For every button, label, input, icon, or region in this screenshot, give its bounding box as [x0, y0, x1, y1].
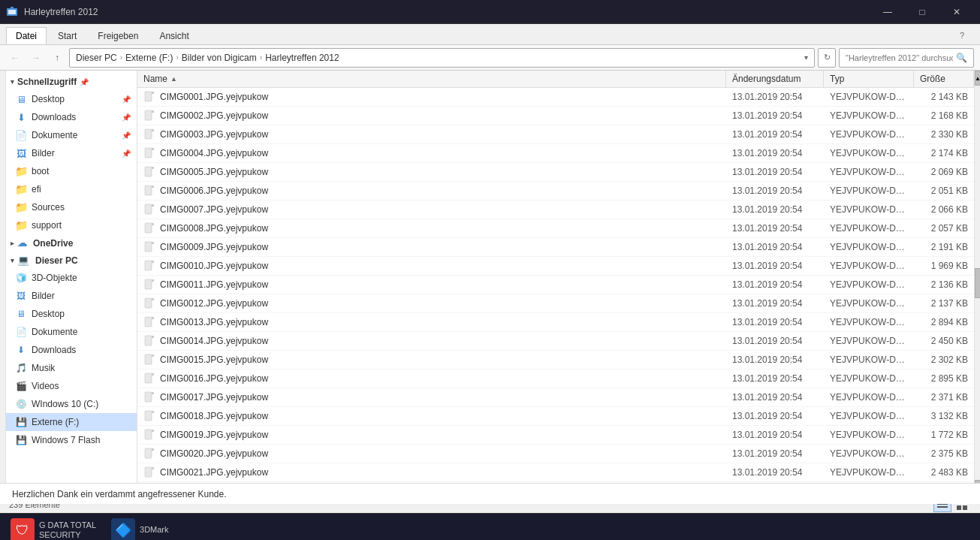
svg-rect-35 — [152, 279, 154, 282]
svg-rect-41 — [152, 317, 154, 319]
table-row[interactable]: CIMG0010.JPG.yejvpukow 13.01.2019 20:54 … — [137, 257, 974, 276]
svg-rect-32 — [152, 261, 154, 263]
table-row[interactable]: CIMG0018.JPG.yejvpukow 13.01.2019 20:54 … — [137, 407, 974, 426]
scroll-up-btn[interactable]: ▲ — [975, 71, 980, 86]
file-cell-name: CIMG0012.JPG.yejvpukow — [137, 296, 726, 311]
svg-rect-12 — [145, 148, 152, 158]
sidebar-item-efi[interactable]: 📁 efi — [6, 180, 137, 198]
sidebar-group-pc[interactable]: ▾ 💻 Dieser PC — [6, 252, 137, 269]
sidebar-group-onedrive[interactable]: ▸ ☁ OneDrive — [6, 234, 137, 252]
address-breadcrumb[interactable]: Dieser PC › Externe (F:) › Bilder von Di… — [69, 48, 815, 68]
file-cell-date: 13.01.2019 20:54 — [726, 315, 824, 329]
col-name-label: Name — [143, 74, 167, 84]
file-cell-name: CIMG0005.JPG.yejvpukow — [137, 164, 726, 179]
tab-start[interactable]: Start — [48, 27, 86, 44]
table-row[interactable]: CIMG0017.JPG.yejvpukow 13.01.2019 20:54 … — [137, 388, 974, 407]
sidebar-group-schnellzugriff[interactable]: ▾ Schnellzugriff 📌 — [6, 74, 137, 90]
table-row[interactable]: CIMG0019.JPG.yejvpukow 13.01.2019 20:54 … — [137, 426, 974, 445]
table-row[interactable]: CIMG0013.JPG.yejvpukow 13.01.2019 20:54 … — [137, 313, 974, 332]
sidebar-item-support[interactable]: 📁 support — [6, 216, 137, 234]
table-row[interactable]: CIMG0003.JPG.yejvpukow 13.01.2019 20:54 … — [137, 125, 974, 144]
file-icon — [143, 297, 155, 309]
table-row[interactable]: CIMG0016.JPG.yejvpukow 13.01.2019 20:54 … — [137, 370, 974, 388]
drive-c-icon: 💿 — [15, 398, 27, 410]
file-cell-name: CIMG0007.JPG.yejvpukow — [137, 202, 726, 217]
table-row[interactable]: CIMG0008.JPG.yejvpukow 13.01.2019 20:54 … — [137, 219, 974, 238]
svg-rect-5 — [152, 92, 154, 94]
sidebar-item-musik[interactable]: 🎵 Musik — [6, 359, 137, 377]
file-icon — [143, 110, 155, 122]
sidebar-item-3dobjs[interactable]: 🧊 3D-Objekte — [6, 269, 137, 287]
maximize-button[interactable]: □ — [905, 0, 939, 24]
file-cell-type: YEJVPUKOW-Datei — [824, 372, 914, 385]
sidebar-item-boot[interactable]: 📁 boot — [6, 162, 137, 180]
sidebar-item-sources[interactable]: 📁 Sources — [6, 198, 137, 216]
svg-rect-17 — [152, 167, 154, 169]
col-header-name[interactable]: Name ▲ — [137, 71, 726, 87]
file-cell-date: 13.01.2019 20:54 — [726, 409, 824, 423]
up-button[interactable]: ↑ — [48, 49, 66, 67]
table-row[interactable]: CIMG0020.JPG.yejvpukow 13.01.2019 20:54 … — [137, 445, 974, 463]
breadcrumb-sep-2: › — [176, 53, 178, 62]
col-header-date[interactable]: Änderungsdatum — [726, 71, 824, 87]
col-header-size[interactable]: Größe — [914, 71, 974, 87]
chevron-onedrive: ▸ — [11, 240, 14, 247]
table-row[interactable]: CIMG0014.JPG.yejvpukow 13.01.2019 20:54 … — [137, 332, 974, 351]
svg-rect-29 — [152, 242, 154, 244]
sidebar-item-dokumente[interactable]: 📄 Dokumente 📌 — [6, 126, 137, 144]
sidebar-item-bilder-pc[interactable]: 🖼 Bilder — [6, 287, 137, 305]
table-row[interactable]: CIMG0012.JPG.yejvpukow 13.01.2019 20:54 … — [137, 294, 974, 313]
table-row[interactable]: CIMG0001.JPG.yejvpukow 13.01.2019 20:54 … — [137, 88, 974, 107]
sidebar-item-videos[interactable]: 🎬 Videos — [6, 377, 137, 395]
search-icon: 🔍 — [956, 53, 967, 63]
sidebar-item-boot-label: boot — [32, 166, 49, 176]
taskbar-item-gdata[interactable]: 🛡 G DATA TOTAL SECURITY — [3, 515, 104, 541]
sidebar-item-win7flash[interactable]: 💾 Windows 7 Flash — [6, 431, 137, 449]
sidebar-item-desktop-pc[interactable]: 🖥 Desktop — [6, 305, 137, 323]
sidebar-item-bilder[interactable]: 🖼 Bilder 📌 — [6, 144, 137, 162]
file-cell-name: CIMG0013.JPG.yejvpukow — [137, 315, 726, 330]
sort-arrow-name: ▲ — [170, 75, 177, 83]
file-icon — [143, 373, 155, 385]
file-cell-name: CIMG0008.JPG.yejvpukow — [137, 221, 726, 236]
refresh-button[interactable]: ↻ — [818, 48, 836, 68]
table-row[interactable]: CIMG0009.JPG.yejvpukow 13.01.2019 20:54 … — [137, 238, 974, 257]
table-row[interactable]: CIMG0005.JPG.yejvpukow 13.01.2019 20:54 … — [137, 163, 974, 182]
table-row[interactable]: CIMG0006.JPG.yejvpukow 13.01.2019 20:54 … — [137, 182, 974, 201]
taskbar-item-3dmark[interactable]: 🔷 3DMark — [104, 515, 176, 541]
table-row[interactable]: CIMG0004.JPG.yejvpukow 13.01.2019 20:54 … — [137, 144, 974, 163]
svg-rect-15 — [145, 167, 152, 176]
sidebar-scroll-left — [0, 71, 6, 495]
file-cell-type: YEJVPUKOW-Datei — [824, 334, 914, 348]
svg-rect-26 — [152, 223, 154, 225]
sidebar-item-win10[interactable]: 💿 WIndows 10 (C:) — [6, 395, 137, 413]
scroll-track — [975, 86, 980, 268]
table-row[interactable]: CIMG0011.JPG.yejvpukow 13.01.2019 20:54 … — [137, 276, 974, 294]
file-cell-name: CIMG0014.JPG.yejvpukow — [137, 333, 726, 348]
file-list-scrollbar[interactable]: ▲ ▼ — [974, 71, 980, 495]
sidebar-item-dok-pc[interactable]: 📄 Dokumente — [6, 323, 137, 341]
col-header-type[interactable]: Typ — [824, 71, 914, 87]
sidebar-item-desktop[interactable]: 🖥 Desktop 📌 — [6, 90, 137, 108]
help-button[interactable]: ? — [953, 26, 971, 44]
sidebar-item-dl-pc[interactable]: ⬇ Downloads — [6, 341, 137, 359]
search-input[interactable] — [846, 53, 953, 62]
tab-datei[interactable]: Datei — [6, 27, 47, 44]
tab-freigeben[interactable]: Freigeben — [88, 27, 148, 44]
table-row[interactable]: CIMG0002.JPG.yejvpukow 13.01.2019 20:54 … — [137, 107, 974, 125]
svg-rect-83 — [957, 505, 961, 510]
sidebar-item-downloads[interactable]: ⬇ Downloads 📌 — [6, 108, 137, 126]
minimize-button[interactable]: — — [870, 0, 905, 24]
table-row[interactable]: CIMG0021.JPG.yejvpukow 13.01.2019 20:54 … — [137, 463, 974, 482]
back-button[interactable]: ← — [6, 49, 24, 67]
tab-ansicht[interactable]: Ansicht — [149, 27, 198, 44]
svg-rect-36 — [145, 298, 152, 308]
svg-rect-57 — [145, 430, 152, 439]
sidebar-item-externe[interactable]: 💾 Externe (F:) — [6, 413, 137, 431]
table-row[interactable]: CIMG0015.JPG.yejvpukow 13.01.2019 20:54 … — [137, 351, 974, 370]
forward-button[interactable]: → — [27, 49, 45, 67]
scroll-thumb[interactable] — [975, 268, 980, 298]
close-button[interactable]: ✕ — [939, 0, 974, 24]
svg-rect-48 — [145, 373, 152, 383]
table-row[interactable]: CIMG0007.JPG.yejvpukow 13.01.2019 20:54 … — [137, 201, 974, 219]
